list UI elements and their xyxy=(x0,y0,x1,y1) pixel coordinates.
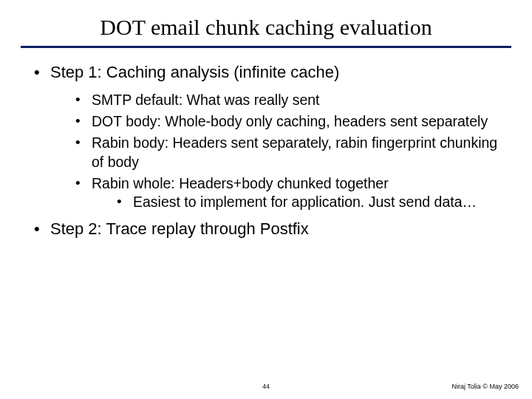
bullet-step2: Step 2: Trace replay through Postfix xyxy=(30,218,502,240)
slide-title: DOT email chunk caching evaluation xyxy=(0,0,532,46)
bullet-list: Step 1: Caching analysis (infinite cache… xyxy=(30,61,502,239)
bullet-dotbody: DOT body: Whole-body only caching, heade… xyxy=(71,112,502,131)
slide: DOT email chunk caching evaluation Step … xyxy=(0,0,532,399)
bullet-smtp: SMTP default: What was really sent xyxy=(71,91,502,109)
bullet-step1-label: Step 1: Caching analysis (infinite cache… xyxy=(50,63,339,81)
bullet-rabinwhole-sub: Easiest to implement for application. Ju… xyxy=(112,193,502,211)
title-underline xyxy=(21,46,511,48)
bullet-rabinbody: Rabin body: Headers sent separately, rab… xyxy=(71,134,502,171)
bullet-rabinwhole: Rabin whole: Headers+body chunked togeth… xyxy=(71,174,502,212)
bullet-rabinwhole-sublist: Easiest to implement for application. Ju… xyxy=(92,193,502,211)
bullet-step1: Step 1: Caching analysis (infinite cache… xyxy=(30,61,502,212)
content-area: Step 1: Caching analysis (infinite cache… xyxy=(0,61,532,239)
bullet-rabinwhole-label: Rabin whole: Headers+body chunked togeth… xyxy=(92,175,389,191)
footer-right: Niraj Tolia © May 2006 xyxy=(451,383,519,390)
bullet-step1-sublist: SMTP default: What was really sent DOT b… xyxy=(50,91,502,212)
